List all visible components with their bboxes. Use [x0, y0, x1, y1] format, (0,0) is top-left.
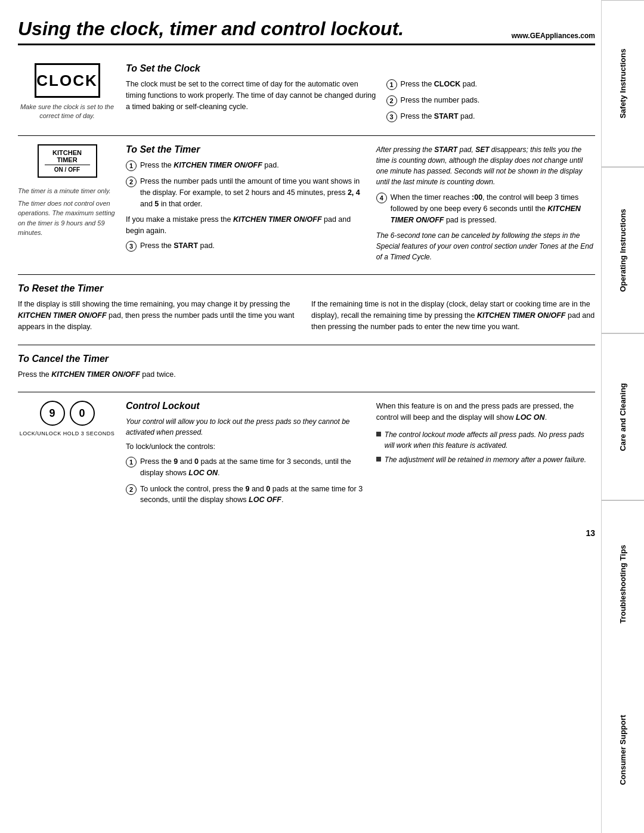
- timer-instructions-right: After pressing the START pad, SET disapp…: [376, 144, 595, 266]
- timer-step-4: 4 When the timer reaches :00, the contro…: [376, 192, 595, 225]
- clock-step-2-text: Press the number pads.: [401, 95, 480, 106]
- timer-caption-1: The timer is a minute timer only.: [18, 186, 116, 196]
- lockout-step-2-text: To unlock the control, press the 9 and 0…: [140, 484, 367, 506]
- clock-image-area: CLOCK Make sure the clock is set to the …: [18, 63, 116, 127]
- clock-box: CLOCK: [35, 63, 100, 98]
- bullet-icon-2: [376, 457, 381, 462]
- clock-step-3-text: Press the START pad.: [401, 111, 475, 122]
- cancel-timer-section: To Cancel the Timer Press the KITCHEN TI…: [18, 345, 595, 393]
- timer-step-num-1: 1: [126, 160, 137, 171]
- reset-timer-left-text: If the display is still showing the time…: [18, 299, 302, 332]
- bullet-icon-1: [376, 432, 381, 436]
- clock-caption: Make sure the clock is set to the correc…: [18, 103, 116, 121]
- set-clock-heading: To Set the Clock: [126, 63, 595, 74]
- timer-box: KITCHEN TIMER ON / OFF: [38, 144, 97, 178]
- timer-instructions-left: To Set the Timer 1 Press the KITCHEN TIM…: [126, 144, 367, 266]
- timer-step-1: 1 Press the KITCHEN TIMER ON/OFF pad.: [126, 160, 367, 171]
- reset-timer-right-text: If the remaining time is not in the disp…: [311, 299, 595, 332]
- pad-button-9: 9: [40, 401, 65, 426]
- lockout-right-top: When this feature is on and the press pa…: [376, 401, 595, 423]
- clock-body-text: The clock must be set to the correct tim…: [126, 79, 377, 112]
- lockout-step-num-1: 1: [126, 457, 137, 467]
- sidebar-care: Care and Cleaning: [602, 333, 644, 500]
- timer-step-2: 2 Press the number pads until the amount…: [126, 176, 367, 209]
- website-url: www.GEAppliances.com: [512, 32, 595, 40]
- clock-step-1: 1 Press the CLOCK pad.: [386, 79, 595, 90]
- reset-timer-section: To Reset the Timer If the display is sti…: [18, 275, 595, 345]
- timer-box-title2: TIMER: [45, 156, 90, 163]
- lockout-to-lock-text: To lock/unlock the controls:: [126, 441, 367, 453]
- clock-step-2: 2 Press the number pads.: [386, 95, 595, 106]
- timer-step-num-4: 4: [376, 193, 387, 203]
- timer-step-1-text: Press the KITCHEN TIMER ON/OFF pad.: [140, 160, 279, 171]
- page-title: Using the clock, timer and control locko…: [18, 18, 404, 40]
- timer-image-area: KITCHEN TIMER ON / OFF The timer is a mi…: [18, 144, 116, 266]
- timer-mistake-text: If you make a mistake press the KITCHEN …: [126, 214, 367, 237]
- clock-step-3: 3 Press the START pad.: [386, 111, 595, 122]
- lockout-instructions-right: When this feature is on and the press pa…: [376, 401, 595, 510]
- timer-caption-2: The timer does not control oven operatio…: [18, 199, 116, 238]
- timer-box-title: KITCHEN: [45, 149, 90, 156]
- lockout-image-area: 9 0 LOCK/UNLOCK HOLD 3 SECONDS: [18, 401, 116, 510]
- lockout-bullet-2-text: The adjustment will be retained in memor…: [385, 454, 586, 465]
- timer-right-bottom: The 6-second tone can be canceled by fol…: [376, 230, 595, 262]
- lockout-buttons: 9 0: [40, 401, 95, 426]
- set-timer-heading: To Set the Timer: [126, 144, 367, 155]
- set-clock-section: CLOCK Make sure the clock is set to the …: [18, 55, 595, 136]
- cancel-timer-heading: To Cancel the Timer: [18, 354, 595, 364]
- lockout-bullet-2: The adjustment will be retained in memor…: [376, 454, 595, 465]
- cancel-timer-text: Press the KITCHEN TIMER ON/OFF pad twice…: [18, 369, 595, 380]
- timer-box-onoff: ON / OFF: [45, 165, 90, 173]
- timer-right-top: After pressing the START pad, SET disapp…: [376, 144, 595, 187]
- timer-step-4-text: When the timer reaches :00, the control …: [391, 192, 595, 225]
- page-number: 13: [18, 528, 595, 538]
- lockout-instructions-left: Control Lockout Your control will allow …: [126, 401, 367, 510]
- lockout-bullet-1: The control lockout mode affects all pre…: [376, 429, 595, 451]
- timer-step-2-text: Press the number pads until the amount o…: [140, 176, 367, 209]
- sidebar-safety: Safety Instructions: [602, 0, 644, 167]
- timer-step-num-2: 2: [126, 176, 137, 187]
- lockout-italic-intro: Your control will allow you to lock out …: [126, 416, 367, 438]
- reset-timer-heading: To Reset the Timer: [18, 283, 595, 294]
- clock-instructions: To Set the Clock The clock must be set t…: [126, 63, 595, 127]
- lockout-bullet-1-text: The control lockout mode affects all pre…: [385, 429, 595, 451]
- cancel-timer-content: To Cancel the Timer Press the KITCHEN TI…: [18, 354, 595, 384]
- clock-label: CLOCK: [36, 72, 97, 90]
- lockout-step-num-2: 2: [126, 484, 137, 495]
- sidebar-troubleshooting: Troubleshooting Tips: [602, 500, 644, 667]
- pad-button-0: 0: [70, 401, 95, 426]
- set-timer-section: KITCHEN TIMER ON / OFF The timer is a mi…: [18, 136, 595, 275]
- lockout-step-2: 2 To unlock the control, press the 9 and…: [126, 484, 367, 506]
- lockout-step-1-text: Press the 9 and 0 pads at the same time …: [140, 456, 367, 479]
- step-number-3: 3: [386, 112, 397, 122]
- sidebar-consumer: Consumer Support: [602, 667, 644, 833]
- sidebar-operating: Operating Instructions: [602, 167, 644, 334]
- timer-step-3: 3 Press the START pad.: [126, 240, 367, 252]
- step-number-1: 1: [386, 79, 397, 90]
- clock-step-1-text: Press the CLOCK pad.: [401, 79, 478, 90]
- timer-step-3-text: Press the START pad.: [140, 240, 215, 252]
- step-number-2: 2: [386, 95, 397, 106]
- page-title-bar: Using the clock, timer and control locko…: [18, 18, 595, 45]
- right-sidebar: Safety Instructions Operating Instructio…: [601, 0, 644, 833]
- reset-timer-content: To Reset the Timer If the display is sti…: [18, 283, 595, 336]
- control-lockout-heading: Control Lockout: [126, 401, 367, 411]
- lockout-label: LOCK/UNLOCK HOLD 3 SECONDS: [20, 431, 115, 436]
- control-lockout-section: 9 0 LOCK/UNLOCK HOLD 3 SECONDS Control L…: [18, 392, 595, 519]
- timer-step-num-3: 3: [126, 241, 137, 252]
- lockout-step-1: 1 Press the 9 and 0 pads at the same tim…: [126, 456, 367, 479]
